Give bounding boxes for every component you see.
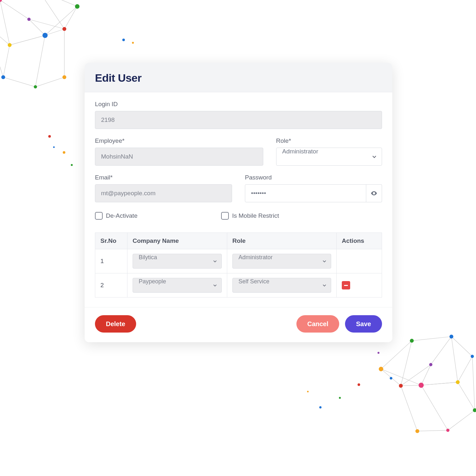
svg-point-18 xyxy=(455,380,460,385)
role-select-row1[interactable]: Administrator xyxy=(232,254,331,269)
toggle-password-visibility-button[interactable] xyxy=(366,184,382,202)
remove-row-button[interactable] xyxy=(342,281,350,289)
svg-point-14 xyxy=(378,366,384,372)
svg-point-4 xyxy=(62,27,66,31)
cell-actions xyxy=(337,273,382,298)
decorative-dot xyxy=(319,406,322,408)
deactivate-check[interactable]: De-Activate xyxy=(95,212,137,220)
svg-point-9 xyxy=(34,85,37,88)
col-actions: Actions xyxy=(337,233,382,249)
table-row: 1 Bilytica Administrator xyxy=(95,249,382,273)
company-select-row2[interactable]: Paypeople xyxy=(133,278,222,293)
col-role: Role xyxy=(227,233,337,249)
password-input[interactable] xyxy=(245,184,366,202)
svg-point-15 xyxy=(418,382,425,389)
employee-input xyxy=(95,148,263,166)
svg-point-17 xyxy=(429,362,433,367)
col-srno: Sr.No xyxy=(95,233,127,249)
role-select-row2[interactable]: Self Service xyxy=(232,278,331,293)
password-label: Password xyxy=(245,174,382,181)
deactivate-label: De-Activate xyxy=(106,212,137,219)
card-header: Edit User xyxy=(85,63,392,92)
decorative-dot xyxy=(53,146,55,148)
col-company: Company Name xyxy=(127,233,227,249)
svg-point-10 xyxy=(62,75,66,79)
svg-point-11 xyxy=(373,193,375,194)
employee-label: Employee* xyxy=(95,137,263,144)
svg-point-21 xyxy=(446,428,450,432)
mobile-restrict-check[interactable]: Is Mobile Restrict xyxy=(221,212,279,220)
svg-point-2 xyxy=(75,4,79,9)
login-id-input xyxy=(95,111,382,129)
email-label: Email* xyxy=(95,174,232,181)
cell-srno: 1 xyxy=(95,249,127,273)
decorative-dot xyxy=(390,377,392,380)
company-select-row1[interactable]: Bilytica xyxy=(133,254,222,269)
card-body: Login ID Employee* Role* Administrator xyxy=(85,92,392,307)
decorative-dot xyxy=(122,39,125,41)
decorative-dot xyxy=(307,391,309,392)
eye-icon xyxy=(370,190,378,197)
decorative-dot xyxy=(48,135,51,138)
table-header-row: Sr.No Company Name Role Actions xyxy=(95,233,382,249)
decorative-dot xyxy=(71,164,73,166)
svg-point-22 xyxy=(415,429,420,434)
decorative-dot xyxy=(358,383,360,386)
svg-point-19 xyxy=(470,354,474,359)
deactivate-checkbox[interactable] xyxy=(95,212,103,220)
card-footer: Delete Cancel Save xyxy=(85,307,392,342)
svg-point-12 xyxy=(449,334,454,339)
email-input xyxy=(95,184,232,202)
role-label: Role* xyxy=(276,137,382,144)
svg-point-0 xyxy=(0,0,2,2)
svg-point-6 xyxy=(8,43,12,47)
svg-point-3 xyxy=(42,33,48,38)
delete-button[interactable]: Delete xyxy=(95,315,136,333)
decorative-dot xyxy=(339,397,341,399)
svg-point-20 xyxy=(472,408,476,413)
svg-point-5 xyxy=(27,18,31,21)
minus-icon xyxy=(344,285,348,286)
cell-actions xyxy=(337,249,382,273)
decorative-dot xyxy=(132,42,134,44)
svg-point-8 xyxy=(1,75,5,79)
page-title: Edit User xyxy=(95,72,382,84)
cancel-button[interactable]: Cancel xyxy=(296,315,340,333)
mobile-restrict-checkbox[interactable] xyxy=(221,212,229,220)
login-id-label: Login ID xyxy=(95,101,382,108)
cell-srno: 2 xyxy=(95,273,127,298)
role-select[interactable]: Administrator xyxy=(276,148,382,166)
decorative-dot xyxy=(378,352,379,354)
save-button[interactable]: Save xyxy=(345,315,382,333)
svg-point-16 xyxy=(398,383,403,388)
company-role-table: Sr.No Company Name Role Actions 1 Bilyti… xyxy=(95,233,382,298)
mobile-restrict-label: Is Mobile Restrict xyxy=(232,212,279,219)
decorative-dot xyxy=(63,151,65,154)
edit-user-card: Edit User Login ID Employee* Role* Admin… xyxy=(85,63,392,342)
svg-point-13 xyxy=(409,338,414,343)
table-row: 2 Paypeople Self Service xyxy=(95,273,382,298)
